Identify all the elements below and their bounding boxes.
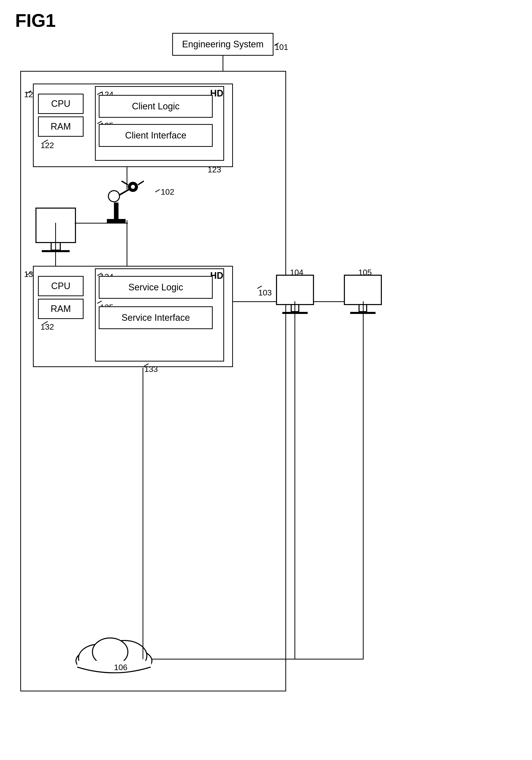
tick-102	[155, 189, 160, 192]
line-eng-to-main	[222, 56, 223, 71]
ram-service-label: RAM	[51, 304, 71, 314]
cpu-service-label: CPU	[51, 281, 71, 291]
main-border-bottom	[20, 690, 286, 691]
ram-box-service: RAM	[38, 299, 83, 319]
engineering-system-label: Engineering System	[182, 39, 264, 50]
service-interface-label: Service Interface	[121, 312, 190, 323]
main-border-top	[20, 71, 286, 71]
main-border-left	[20, 71, 21, 691]
client-logic-box: Client Logic	[99, 95, 213, 118]
ref-103: 103	[258, 288, 272, 298]
svg-point-7	[131, 185, 135, 189]
ref-102: 102	[161, 187, 174, 197]
line-monitor-to-sat	[75, 223, 128, 223]
client-interface-label: Client Interface	[125, 130, 186, 141]
cpu-client-label: CPU	[51, 99, 71, 109]
line-client-to-sat	[126, 166, 127, 189]
ref-123: 123	[208, 165, 221, 174]
line-bottom-connect	[143, 659, 363, 659]
ref-122: 122	[40, 141, 54, 150]
svg-rect-0	[114, 203, 119, 220]
line-105-down	[363, 301, 363, 659]
ref-106: 106	[114, 663, 127, 672]
monitor-105	[344, 275, 382, 305]
main-border-right	[285, 71, 286, 691]
engineering-system-box: Engineering System	[172, 33, 273, 56]
service-logic-label: Service Logic	[128, 282, 183, 293]
svg-point-2	[108, 191, 120, 202]
svg-line-6	[138, 181, 144, 185]
line-monitor-v	[55, 223, 56, 266]
ref-132: 132	[40, 322, 54, 332]
cpu-box-service: CPU	[38, 276, 83, 296]
ram-client-label: RAM	[51, 121, 71, 132]
monitor-104	[276, 275, 314, 305]
line-mainbox-to-cloud	[143, 368, 143, 659]
line-104-down	[295, 301, 295, 659]
cpu-box-client: CPU	[38, 94, 83, 114]
client-logic-label: Client Logic	[132, 101, 179, 112]
client-interface-box: Client Interface	[99, 124, 213, 147]
ref-133: 133	[144, 364, 158, 374]
fig-label: FIG1	[15, 10, 56, 31]
line-cloud-connect	[143, 628, 143, 659]
service-interface-box: Service Interface	[99, 306, 213, 329]
satellite-icon	[89, 177, 152, 228]
ram-box-client: RAM	[38, 117, 83, 137]
svg-rect-1	[107, 219, 125, 223]
service-logic-box: Service Logic	[99, 276, 213, 299]
line-sat-to-service	[126, 220, 127, 267]
